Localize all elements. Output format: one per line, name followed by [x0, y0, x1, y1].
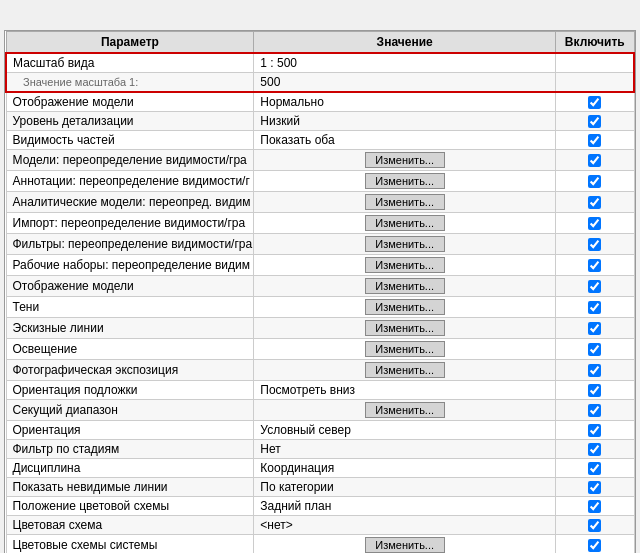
- value-cell: Изменить...: [254, 360, 556, 381]
- check-cell: [556, 112, 635, 131]
- value-cell: <нет>: [254, 516, 556, 535]
- table-row: Эскизные линииИзменить...: [6, 318, 634, 339]
- include-checkbox[interactable]: [588, 539, 601, 552]
- value-cell: Изменить...: [254, 339, 556, 360]
- include-checkbox[interactable]: [588, 238, 601, 251]
- change-button[interactable]: Изменить...: [365, 362, 445, 378]
- properties-table-container: Параметр Значение Включить Масштаб вида1…: [4, 30, 636, 553]
- table-row: Аннотации: переопределение видимости/гИз…: [6, 171, 634, 192]
- include-checkbox[interactable]: [588, 364, 601, 377]
- change-button[interactable]: Изменить...: [365, 236, 445, 252]
- value-cell: 1 : 500: [254, 53, 556, 73]
- include-checkbox[interactable]: [588, 343, 601, 356]
- value-cell: Изменить...: [254, 255, 556, 276]
- value-cell: Изменить...: [254, 192, 556, 213]
- value-cell: Изменить...: [254, 150, 556, 171]
- include-checkbox[interactable]: [588, 115, 601, 128]
- change-button[interactable]: Изменить...: [365, 152, 445, 168]
- table-row: Ориентация подложкиПосмотреть вниз: [6, 381, 634, 400]
- check-cell: [556, 497, 635, 516]
- include-checkbox[interactable]: [588, 301, 601, 314]
- change-button[interactable]: Изменить...: [365, 299, 445, 315]
- include-checkbox[interactable]: [588, 134, 601, 147]
- include-checkbox[interactable]: [588, 384, 601, 397]
- value-cell: Изменить...: [254, 535, 556, 554]
- check-cell: [556, 318, 635, 339]
- change-button[interactable]: Изменить...: [365, 341, 445, 357]
- change-button[interactable]: Изменить...: [365, 173, 445, 189]
- param-cell: Цветовые схемы системы: [6, 535, 254, 554]
- change-button[interactable]: Изменить...: [365, 537, 445, 553]
- include-checkbox[interactable]: [588, 175, 601, 188]
- table-row: Масштаб вида1 : 500: [6, 53, 634, 73]
- table-row: Видимость частейПоказать оба: [6, 131, 634, 150]
- param-cell: Тени: [6, 297, 254, 318]
- param-cell: Эскизные линии: [6, 318, 254, 339]
- check-cell: [556, 535, 635, 554]
- value-cell: Изменить...: [254, 297, 556, 318]
- table-row: Импорт: переопределение видимости/граИзм…: [6, 213, 634, 234]
- table-row: Фильтр по стадиямНет: [6, 440, 634, 459]
- check-cell: [556, 255, 635, 276]
- check-cell: [556, 131, 635, 150]
- value-cell: 500: [254, 73, 556, 93]
- check-cell: [556, 213, 635, 234]
- table-row: Отображение моделиНормально: [6, 92, 634, 112]
- check-cell: [556, 360, 635, 381]
- table-row: Фильтры: переопределение видимости/граИз…: [6, 234, 634, 255]
- param-cell: Уровень детализации: [6, 112, 254, 131]
- param-cell: Дисциплина: [6, 459, 254, 478]
- include-checkbox[interactable]: [588, 404, 601, 417]
- table-row: Значение масштаба 1:500: [6, 73, 634, 93]
- value-cell: Изменить...: [254, 276, 556, 297]
- value-cell: Нет: [254, 440, 556, 459]
- value-cell: Условный север: [254, 421, 556, 440]
- check-cell: [556, 381, 635, 400]
- table-row: Цветовая схема<нет>: [6, 516, 634, 535]
- check-cell: [556, 400, 635, 421]
- table-row: ОсвещениеИзменить...: [6, 339, 634, 360]
- change-button[interactable]: Изменить...: [365, 320, 445, 336]
- table-row: Рабочие наборы: переопределение видимИзм…: [6, 255, 634, 276]
- include-checkbox[interactable]: [588, 424, 601, 437]
- table-row: Цветовые схемы системыИзменить...: [6, 535, 634, 554]
- param-cell: Освещение: [6, 339, 254, 360]
- include-checkbox[interactable]: [588, 217, 601, 230]
- include-checkbox[interactable]: [588, 500, 601, 513]
- include-checkbox[interactable]: [588, 481, 601, 494]
- include-checkbox[interactable]: [588, 519, 601, 532]
- include-checkbox[interactable]: [588, 443, 601, 456]
- value-cell: Изменить...: [254, 213, 556, 234]
- param-cell: Положение цветовой схемы: [6, 497, 254, 516]
- header-param: Параметр: [6, 32, 254, 54]
- include-checkbox[interactable]: [588, 196, 601, 209]
- change-button[interactable]: Изменить...: [365, 215, 445, 231]
- table-row: Уровень детализацииНизкий: [6, 112, 634, 131]
- value-cell: Задний план: [254, 497, 556, 516]
- value-cell: По категории: [254, 478, 556, 497]
- change-button[interactable]: Изменить...: [365, 194, 445, 210]
- value-cell: Изменить...: [254, 234, 556, 255]
- include-checkbox[interactable]: [588, 462, 601, 475]
- header-include: Включить: [556, 32, 635, 54]
- check-cell: [556, 234, 635, 255]
- properties-table: Параметр Значение Включить Масштаб вида1…: [5, 31, 635, 553]
- include-checkbox[interactable]: [588, 280, 601, 293]
- value-cell: Изменить...: [254, 318, 556, 339]
- change-button[interactable]: Изменить...: [365, 278, 445, 294]
- check-cell: [556, 459, 635, 478]
- include-checkbox[interactable]: [588, 259, 601, 272]
- param-cell: Аннотации: переопределение видимости/г: [6, 171, 254, 192]
- change-button[interactable]: Изменить...: [365, 402, 445, 418]
- table-row: ТениИзменить...: [6, 297, 634, 318]
- check-cell: [556, 339, 635, 360]
- change-button[interactable]: Изменить...: [365, 257, 445, 273]
- include-checkbox[interactable]: [588, 322, 601, 335]
- include-checkbox[interactable]: [588, 154, 601, 167]
- value-cell: Посмотреть вниз: [254, 381, 556, 400]
- check-cell: [556, 421, 635, 440]
- param-cell: Фильтр по стадиям: [6, 440, 254, 459]
- include-checkbox[interactable]: [588, 96, 601, 109]
- table-row: Положение цветовой схемыЗадний план: [6, 497, 634, 516]
- param-cell: Ориентация подложки: [6, 381, 254, 400]
